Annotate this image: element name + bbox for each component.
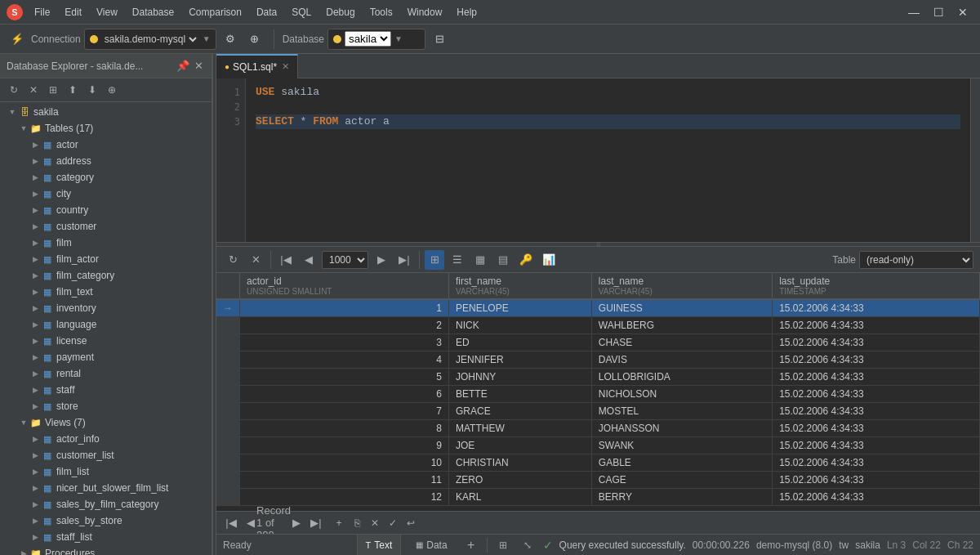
tree-node-customer[interactable]: ▶ ▦ customer [0, 218, 212, 235]
sidebar-new-connection-button[interactable]: ⊞ [44, 81, 62, 99]
first-row-button[interactable]: |◀ [276, 250, 296, 270]
tree-node-sakila[interactable]: ▼ 🗄 sakila [0, 104, 212, 120]
data-grid-wrap[interactable]: actor_id UNSIGNED SMALLINT first_name VA… [216, 273, 980, 511]
tree-node-license[interactable]: ▶ ▦ license [0, 333, 212, 349]
table-row[interactable]: 4JENNIFERDAVIS15.02.2006 4:34:33 [216, 351, 980, 369]
tree-node-procedures[interactable]: ▶ 📁 Procedures [0, 545, 212, 555]
tree-node-film-actor[interactable]: ▶ ▦ film_actor [0, 251, 212, 267]
toolbar-icon-4[interactable]: ⊟ [429, 29, 450, 50]
tree-node-address[interactable]: ▶ ▦ address [0, 153, 212, 169]
table-row[interactable]: 8MATTHEWJOHANSSON15.02.2006 4:34:33 [216, 420, 980, 437]
prev-row-button[interactable]: ◀ [299, 250, 318, 270]
menu-comparison[interactable]: Comparison [182, 5, 248, 20]
sidebar-collapse-button[interactable]: ✕ [24, 81, 42, 99]
table-row[interactable]: 3EDCHASE15.02.2006 4:34:33 [216, 334, 980, 351]
table-row[interactable]: 7GRACEMOSTEL15.02.2006 4:34:33 [216, 403, 980, 420]
tree-node-inventory[interactable]: ▶ ▦ inventory [0, 300, 212, 316]
editor-content[interactable]: USE sakila SELECT * FROM actor a [246, 78, 970, 242]
refresh-button[interactable]: ↻ [223, 250, 243, 270]
connection-dropdown[interactable]: sakila.demo-mysql [101, 33, 199, 46]
stop-button[interactable]: ✕ [246, 250, 265, 270]
status-data-tab[interactable]: ▦ Data [408, 535, 455, 556]
calc-button[interactable]: 📊 [539, 250, 559, 270]
menu-view[interactable]: View [90, 5, 124, 20]
maximize-button[interactable]: ☐ [928, 3, 949, 21]
sql-editor[interactable]: 1 2 3 USE sakila SELECT * FROM actor a [216, 78, 980, 242]
tree-node-actor[interactable]: ▶ ▦ actor [0, 137, 212, 153]
nav-first[interactable]: |◀ [223, 515, 239, 531]
menu-edit[interactable]: Edit [58, 5, 88, 20]
menu-help[interactable]: Help [450, 5, 483, 20]
tree-node-category[interactable]: ▶ ▦ category [0, 169, 212, 186]
delete-record-button[interactable]: ✕ [367, 515, 383, 531]
plain-grid-button[interactable]: ☰ [448, 250, 467, 270]
col-header-first-name[interactable]: first_name VARCHAR(45) [449, 273, 592, 299]
toolbar-icon-1[interactable]: ⚡ [7, 29, 28, 50]
sql-tab-close[interactable]: ✕ [282, 61, 289, 72]
tree-node-staff-list[interactable]: ▶ ▦ staff_list [0, 529, 212, 545]
close-button[interactable]: ✕ [952, 3, 973, 21]
revert-record-button[interactable]: ↩ [403, 515, 419, 531]
toolbar-icon-3[interactable]: ⊕ [244, 29, 265, 50]
menu-database[interactable]: Database [126, 5, 180, 20]
last-row-button[interactable]: ▶| [394, 250, 414, 270]
sidebar-more-button[interactable]: ⊕ [103, 81, 121, 99]
sidebar-filter-button[interactable]: ⬆ [64, 81, 82, 99]
nav-last[interactable]: ▶| [308, 515, 324, 531]
page-size-dropdown[interactable]: 1000 [322, 251, 368, 269]
page-size-selector[interactable]: 1000 [322, 251, 368, 269]
tree-node-film-list[interactable]: ▶ ▦ film_list [0, 463, 212, 480]
json-view-button[interactable]: 🔑 [516, 250, 536, 270]
tree-node-customer-list[interactable]: ▶ ▦ customer_list [0, 447, 212, 463]
sidebar-settings-button[interactable]: ⬇ [83, 81, 101, 99]
sql-tab[interactable]: ● SQL1.sql* ✕ [216, 54, 298, 78]
tree-node-language[interactable]: ▶ ▦ language [0, 316, 212, 333]
sidebar-pin-button[interactable]: 📌 [175, 58, 191, 74]
save-record-button[interactable]: ✓ [385, 515, 401, 531]
menu-data[interactable]: Data [250, 5, 283, 20]
connection-selector[interactable]: sakila.demo-mysql ▼ [84, 29, 216, 50]
col-header-actor-id[interactable]: actor_id UNSIGNED SMALLINT [240, 273, 449, 299]
sidebar-refresh-button[interactable]: ↻ [5, 81, 23, 99]
table-row[interactable]: 9JOESWANK15.02.2006 4:34:33 [216, 437, 980, 454]
nav-next[interactable]: ▶ [288, 515, 305, 531]
grid-view-button[interactable]: ⊞ [425, 250, 444, 270]
menu-sql[interactable]: SQL [285, 5, 318, 20]
status-text-tab[interactable]: T Text [357, 535, 402, 556]
table-row[interactable]: 12KARLBERRY15.02.2006 4:34:33 [216, 489, 980, 506]
tree-node-sales-by-film[interactable]: ▶ ▦ sales_by_film_category [0, 496, 212, 512]
table-mode-dropdown[interactable]: (read-only) [859, 251, 973, 269]
tree-node-rental[interactable]: ▶ ▦ rental [0, 365, 212, 382]
tree-node-payment[interactable]: ▶ ▦ payment [0, 349, 212, 365]
table-row[interactable]: →1PENELOPEGUINESS15.02.2006 4:34:33 [216, 299, 980, 317]
tree-node-store[interactable]: ▶ ▦ store [0, 398, 212, 414]
editor-scrollbar[interactable] [970, 78, 980, 242]
tree-node-country[interactable]: ▶ ▦ country [0, 202, 212, 218]
tree-node-tables[interactable]: ▼ 📁 Tables (17) [0, 120, 212, 137]
next-row-button[interactable]: ▶ [372, 250, 391, 270]
menu-window[interactable]: Window [401, 5, 449, 20]
tree-node-film-category[interactable]: ▶ ▦ film_category [0, 267, 212, 284]
record-view-button[interactable]: ▤ [493, 250, 513, 270]
col-header-last-update[interactable]: last_update TIMESTAMP [773, 273, 980, 299]
tree-node-nicer-film-list[interactable]: ▶ ▦ nicer_but_slower_film_list [0, 480, 212, 496]
table-row[interactable]: 10CHRISTIANGABLE15.02.2006 4:34:33 [216, 454, 980, 472]
table-row[interactable]: 2NICKWAHLBERG15.02.2006 4:34:33 [216, 317, 980, 334]
database-selector[interactable]: sakila ▼ [327, 29, 425, 50]
copy-record-button[interactable]: ⎘ [349, 515, 365, 531]
menu-debug[interactable]: Debug [319, 5, 361, 20]
toolbar-icon-2[interactable]: ⚙ [220, 29, 241, 50]
minimize-button[interactable]: — [903, 3, 924, 21]
status-layout-button[interactable]: ⊞ [494, 536, 512, 554]
tree-node-actor-info[interactable]: ▶ ▦ actor_info [0, 431, 212, 447]
menu-tools[interactable]: Tools [363, 5, 399, 20]
table-row[interactable]: 11ZEROCAGE15.02.2006 4:34:33 [216, 472, 980, 489]
tree-node-views[interactable]: ▼ 📁 Views (7) [0, 414, 212, 431]
col-header-last-name[interactable]: last_name VARCHAR(45) [591, 273, 772, 299]
table-row[interactable]: 6BETTENICHOLSON15.02.2006 4:34:33 [216, 386, 980, 403]
add-tab-button[interactable]: + [462, 536, 480, 554]
tree-node-film-text[interactable]: ▶ ▦ film_text [0, 284, 212, 300]
menu-file[interactable]: File [28, 5, 56, 20]
column-view-button[interactable]: ▦ [470, 250, 490, 270]
status-fullscreen-button[interactable]: ⤡ [519, 536, 537, 554]
